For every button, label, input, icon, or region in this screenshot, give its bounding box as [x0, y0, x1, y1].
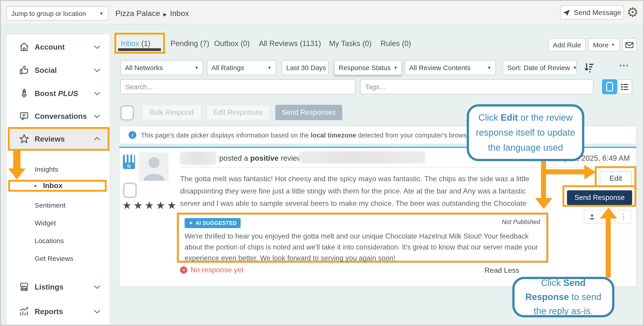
sort-descending-icon[interactable]	[584, 61, 595, 73]
storefront-icon	[19, 281, 30, 292]
sort-select[interactable]: Sort: Date of Review▼	[503, 60, 576, 75]
tab-inbox-underline	[118, 48, 161, 51]
search-input[interactable]	[120, 79, 356, 94]
sidebar-item-widget[interactable]: Widget	[35, 217, 56, 229]
tab-outbox[interactable]: Outbox (0)	[214, 39, 250, 48]
bulk-respond-button[interactable]: Bulk Respond	[142, 105, 202, 120]
star-icon	[19, 133, 30, 144]
more-options-icon[interactable]: •••	[620, 61, 630, 69]
tags-input[interactable]	[360, 79, 594, 94]
assign-user-button[interactable]	[584, 210, 600, 223]
sidebar-item-reviews[interactable]: Reviews	[6, 127, 110, 150]
select-all-checkbox[interactable]	[120, 105, 134, 121]
sidebar-item-insights[interactable]: Insights	[35, 163, 58, 175]
business-name-redacted	[299, 151, 425, 163]
rocket-icon	[19, 88, 30, 99]
annotation-arrow-to-ai-response	[541, 174, 546, 198]
filter-response-status-select[interactable]: Response Status▼	[334, 60, 402, 75]
callout-edit-instruction: Click Edit or the review response itself…	[467, 104, 584, 161]
send-response-button[interactable]: Send Response	[567, 190, 632, 205]
chevron-down-icon	[92, 307, 102, 316]
tab-all-reviews[interactable]: All Reviews (1131)	[259, 39, 321, 48]
sidebar-item-label: Reports	[35, 307, 63, 316]
add-rule-button[interactable]: Add Rule	[548, 38, 586, 51]
paper-plane-icon	[563, 9, 570, 16]
active-bullet-icon: ●	[34, 184, 37, 188]
card-view-icon	[606, 82, 613, 91]
filter-review-contents-select[interactable]: All Review Contents▼	[405, 60, 496, 75]
chevron-down-icon: ▼	[611, 43, 615, 47]
chevron-down-icon: ▼	[326, 65, 328, 70]
home-icon	[19, 41, 30, 52]
reviewer-name-redacted	[180, 152, 216, 165]
chevron-down-icon	[92, 65, 102, 75]
sidebar-item-inbox-highlighted[interactable]: ● Inbox	[34, 180, 62, 192]
sidebar-item-listings[interactable]: Listings	[6, 276, 110, 298]
sidebar-item-label: Account	[35, 42, 65, 51]
read-less-link[interactable]: Read Less	[484, 266, 519, 275]
send-message-label: Send Message	[574, 8, 621, 17]
bar-chart-icon	[19, 306, 30, 317]
list-view-icon	[620, 83, 629, 91]
sidebar-item-sentiment[interactable]: Sentiment	[35, 199, 66, 211]
sidebar-item-reports[interactable]: Reports	[6, 300, 110, 323]
breadcrumb: Pizza Palace ▶ Inbox	[115, 9, 189, 18]
plus-suffix: PLUS	[58, 89, 78, 97]
ai-response-text[interactable]: We're thrilled to hear you enjoyed the g…	[184, 231, 543, 264]
chevron-down-icon	[92, 42, 102, 51]
chevron-up-icon	[92, 134, 102, 143]
ai-suggested-badge: ✦ AI SUGGESTED	[184, 218, 241, 228]
sidebar-item-social[interactable]: Social	[6, 59, 110, 81]
app-window: Jump to group or location ▼ Pizza Palace…	[0, 0, 644, 326]
annotation-arrow-to-edit	[541, 169, 584, 174]
sidebar-item-boost-plus[interactable]: Boost PLUS	[6, 82, 110, 105]
callout-send-instruction: Click Send Response to send the reply as…	[512, 277, 614, 317]
sidebar-item-conversations[interactable]: Conversations	[6, 105, 110, 127]
tab-my-tasks[interactable]: My Tasks (0)	[329, 39, 372, 48]
chevron-down-icon	[92, 89, 102, 98]
list-view-toggle[interactable]	[617, 79, 632, 94]
filter-networks-select[interactable]: All Networks▼	[120, 60, 203, 75]
review-posted-line: posted a positive review to	[219, 154, 311, 163]
edit-button[interactable]: Edit	[600, 171, 632, 186]
ai-suggested-response[interactable]: ✦ AI SUGGESTED Not Published We're thril…	[179, 214, 546, 261]
annotation-arrowhead-down-icon	[535, 198, 552, 209]
chevron-down-icon: ▼	[192, 65, 199, 70]
gear-icon[interactable]: ⚙	[627, 4, 638, 21]
annotation-arrowhead-up-icon	[600, 208, 617, 219]
annotation-box-ai-response: ✦ AI SUGGESTED Not Published We're thril…	[177, 213, 548, 263]
sidebar-item-locations[interactable]: Locations	[35, 235, 64, 246]
filter-ratings-select[interactable]: All Ratings▼	[207, 60, 276, 75]
email-button[interactable]	[622, 38, 637, 51]
review-checkbox[interactable]	[123, 183, 137, 198]
sidebar-item-label: Conversations	[35, 112, 87, 120]
tab-inbox[interactable]: Inbox (1)	[121, 39, 150, 48]
edit-responses-button[interactable]: Edit Responses	[206, 105, 269, 120]
thumbs-up-icon	[19, 65, 30, 76]
breadcrumb-separator-icon: ▶	[164, 11, 167, 17]
breadcrumb-group[interactable]: Pizza Palace	[115, 9, 160, 18]
kebab-menu-icon[interactable]: ⋮	[616, 210, 631, 223]
sidebar-item-get-reviews[interactable]: Get Reviews	[35, 252, 74, 264]
breadcrumb-page: Inbox	[170, 9, 189, 18]
send-message-button[interactable]: Send Message	[560, 5, 624, 19]
top-bar: Jump to group or location ▼ Pizza Palace…	[1, 1, 643, 24]
card-view-toggle[interactable]	[602, 79, 617, 94]
active-bullet-icon: ●	[26, 184, 29, 189]
tab-pending[interactable]: Pending (7)	[170, 39, 210, 48]
google-network-icon: G	[122, 154, 135, 169]
chevron-down-icon	[92, 282, 102, 291]
google-badge-letter: G	[123, 163, 135, 169]
tab-rules[interactable]: Rules (0)	[380, 39, 411, 48]
jump-to-group-select[interactable]: Jump to group or location ▼	[6, 6, 108, 20]
publish-status: Not Published	[502, 219, 540, 225]
more-button[interactable]: More▼	[588, 38, 620, 51]
sidebar-item-label: Boost PLUS	[35, 89, 78, 98]
chevron-down-icon	[92, 112, 102, 121]
sidebar-item-label: Social	[35, 66, 57, 74]
envelope-icon	[625, 42, 634, 48]
no-response-status: ✕ No response yet	[180, 266, 244, 274]
send-responses-button[interactable]: Send Responses	[275, 105, 342, 120]
filter-date-range-select[interactable]: Last 30 Days▼	[282, 60, 328, 75]
sidebar-item-account[interactable]: Account	[6, 35, 110, 58]
